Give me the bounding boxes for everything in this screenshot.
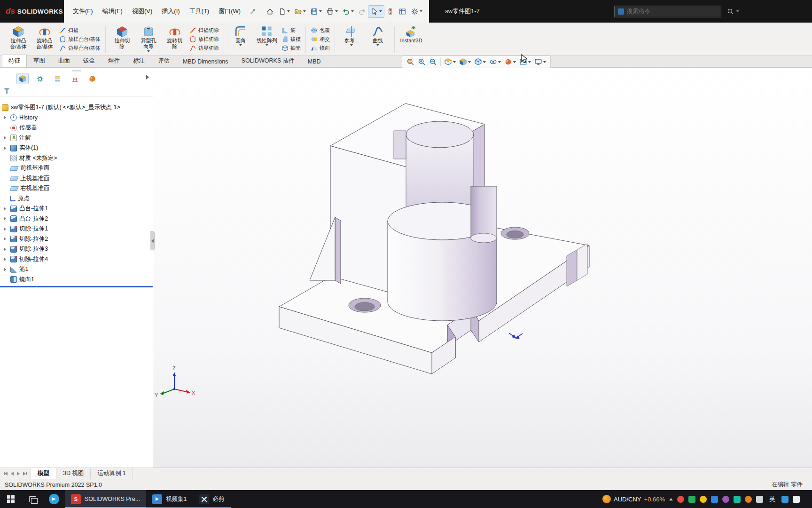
select-tool-button[interactable] <box>368 6 384 17</box>
feature-manager-tab[interactable] <box>17 73 28 84</box>
configuration-manager-tab[interactable] <box>52 73 63 84</box>
reference-geometry-button[interactable]: 参考... <box>338 24 365 46</box>
chevron-down-icon[interactable] <box>379 10 382 12</box>
shell-button[interactable]: 抽壳 <box>280 44 302 52</box>
rib[interactable] <box>310 217 341 284</box>
rollback-bar[interactable] <box>0 286 153 287</box>
tray-icon-red[interactable] <box>677 496 684 503</box>
tree-filter-row[interactable] <box>0 85 153 97</box>
view-settings-button[interactable] <box>533 57 547 67</box>
chevron-down-icon[interactable] <box>468 61 471 63</box>
chevron-down-icon[interactable] <box>483 61 486 63</box>
revolved-cut-button[interactable]: 旋转切除 <box>162 24 188 50</box>
dimxpert-manager-tab[interactable] <box>69 73 80 84</box>
tab-surfaces[interactable]: 曲面 <box>52 55 77 67</box>
tab-scroll-first-icon[interactable] <box>5 472 8 476</box>
tree-item-cut-extrude4[interactable]: 切除-拉伸4 <box>0 254 153 265</box>
draft-button[interactable]: 拔模 <box>280 35 302 43</box>
expand-arrow-icon[interactable] <box>3 135 8 141</box>
wrap-button[interactable]: 包覆 <box>309 26 331 34</box>
tray-icon-purple[interactable] <box>722 496 729 503</box>
tree-item-cut-extrude1[interactable]: 切除-拉伸1 <box>0 224 153 234</box>
hole-wizard-button[interactable]: 异型孔向导 <box>135 24 162 52</box>
counterbore-hole-right[interactable] <box>501 227 529 239</box>
counterbore-hole-left[interactable] <box>349 298 381 312</box>
menu-window[interactable]: 窗口(W) <box>214 4 245 18</box>
model-canvas[interactable]: Z X Y <box>153 68 812 468</box>
open-button[interactable] <box>292 6 308 17</box>
expand-arrow-icon[interactable] <box>3 267 8 272</box>
chevron-down-icon[interactable] <box>513 61 516 63</box>
rebuild-button[interactable] <box>384 6 396 17</box>
tree-item-top-plane[interactable]: 上视基准面 <box>0 174 153 184</box>
boundary-cut-button[interactable]: 边界切除 <box>188 44 220 52</box>
display-settings-button[interactable] <box>397 6 408 17</box>
taskbar-app-solidworks[interactable]: S SOLIDWORKS Pre... <box>65 490 146 508</box>
tab-sheet-metal[interactable]: 钣金 <box>77 55 102 67</box>
section-view-button[interactable] <box>443 57 457 67</box>
redo-button[interactable] <box>356 6 368 17</box>
revolved-boss-button[interactable]: 旋转凸台/基体 <box>31 24 58 50</box>
tab-scroll-prev-icon[interactable] <box>11 472 14 476</box>
notification-icon[interactable] <box>793 496 800 503</box>
tray-icon-green[interactable] <box>688 496 695 503</box>
tray-icon-gray[interactable] <box>756 496 763 503</box>
expand-arrow-icon[interactable] <box>3 206 8 211</box>
tree-item-solid-bodies[interactable]: 实体(1) <box>0 143 153 153</box>
tree-item-mirror1[interactable]: 镜向1 <box>0 275 153 285</box>
print-button[interactable] <box>324 6 340 17</box>
search-scope-icon[interactable] <box>618 8 624 15</box>
extruded-cut-button[interactable]: 拉伸切除 <box>109 24 135 50</box>
chevron-down-icon[interactable] <box>351 10 354 12</box>
graphics-viewport[interactable]: Z X Y <box>153 68 812 468</box>
chevron-down-icon[interactable] <box>350 44 353 46</box>
panel-grip[interactable] <box>72 70 81 71</box>
tab-3d-views[interactable]: 3D 视图 <box>56 468 91 479</box>
menu-edit[interactable]: 编辑(E) <box>98 4 127 18</box>
tree-item-boss-extrude1[interactable]: 凸台-拉伸1 <box>0 204 153 214</box>
panel-collapse-handle[interactable] <box>150 231 155 250</box>
tree-item-right-plane[interactable]: 右视基准面 <box>0 183 153 194</box>
tree-item-cut-extrude2[interactable]: 切除-拉伸2 <box>0 234 153 245</box>
tab-motion-study[interactable]: 运动算例 1 <box>91 468 133 479</box>
tab-markup[interactable]: 标注 <box>126 55 151 67</box>
bluetooth-icon[interactable] <box>711 496 718 503</box>
chevron-down-icon[interactable] <box>736 10 739 12</box>
fillet-button[interactable]: 圆角 <box>227 24 254 46</box>
expand-arrow-icon[interactable] <box>3 226 8 231</box>
cylinder-slot-cut[interactable] <box>471 186 497 243</box>
expand-arrow-icon[interactable] <box>3 257 8 262</box>
tab-model[interactable]: 模型 <box>31 468 56 479</box>
tree-item-root[interactable]: sw零件图1-7 (默认) <<默认>_显示状态 1> <box>0 103 153 113</box>
swept-cut-button[interactable]: 扫描切除 <box>188 26 220 34</box>
instant3d-button[interactable]: Instant3D <box>398 24 424 44</box>
expand-arrow-icon[interactable] <box>3 216 8 222</box>
command-search-box[interactable] <box>614 6 721 17</box>
currency-ticker[interactable]: AUD/CNY +0.66% <box>602 495 665 503</box>
view-orientation-button[interactable] <box>458 57 472 67</box>
panel-expand-icon[interactable] <box>146 75 149 79</box>
extruded-boss-button[interactable]: 拉伸凸台/基体 <box>5 24 31 50</box>
tab-features[interactable]: 特征 <box>2 55 27 67</box>
tree-item-history[interactable]: History <box>0 113 153 123</box>
tree-item-annotations[interactable]: 注解 <box>0 133 153 143</box>
display-style-button[interactable] <box>473 57 487 67</box>
menu-view[interactable]: 视图(V) <box>128 4 156 18</box>
task-view-button[interactable] <box>22 490 43 508</box>
menu-tools[interactable]: 工具(T) <box>185 4 214 18</box>
ime-language-indicator[interactable]: 英 <box>767 494 777 504</box>
chevron-down-icon[interactable] <box>420 10 422 12</box>
tab-evaluate[interactable]: 评估 <box>151 55 176 67</box>
linear-pattern-button[interactable]: 线性阵列 <box>254 24 280 46</box>
pinned-app-button[interactable] <box>43 490 65 508</box>
taskbar-app-bijian[interactable]: 必剪 <box>193 490 231 508</box>
display-manager-tab[interactable] <box>86 73 98 84</box>
start-button[interactable] <box>0 490 22 508</box>
previous-view-button[interactable] <box>428 57 438 67</box>
boundary-boss-button[interactable]: 边界凸台/基体 <box>58 44 102 52</box>
chevron-down-icon[interactable] <box>239 44 242 46</box>
chevron-down-icon[interactable] <box>147 50 150 52</box>
tree-item-front-plane[interactable]: 前视基准面 <box>0 163 153 174</box>
chevron-down-icon[interactable] <box>287 10 290 12</box>
menu-insert[interactable]: 插入(I) <box>157 4 184 18</box>
